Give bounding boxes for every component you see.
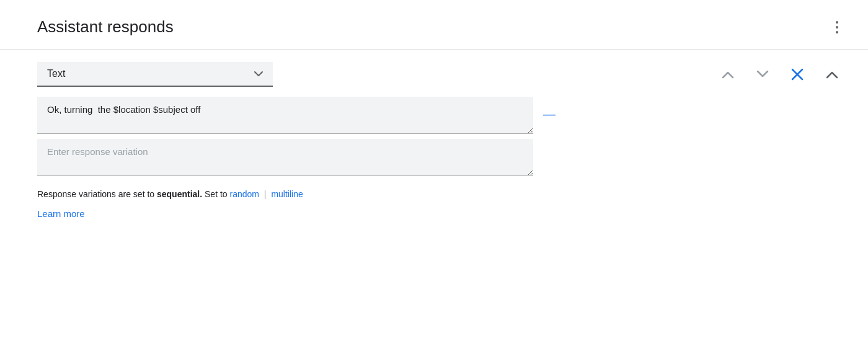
type-selector-label: Text — [47, 68, 65, 79]
responses-area: Ok, turning the $location $subject off — — [37, 97, 843, 176]
chevron-down-icon — [756, 70, 769, 79]
pipe-separator: | — [264, 189, 267, 199]
response-row-2 — [37, 139, 843, 176]
minimize-response-button-1[interactable]: — — [541, 103, 558, 125]
info-text-before: Response variations are set to — [37, 189, 157, 199]
collapse-icon — [826, 70, 838, 79]
content-section: Text — [0, 50, 868, 238]
page-title: Assistant responds — [37, 17, 174, 37]
chevron-down-icon — [254, 68, 263, 79]
info-text-middle: Set to — [202, 189, 229, 199]
info-bold-word: sequential. — [157, 189, 202, 199]
move-down-button[interactable] — [751, 68, 774, 81]
type-row: Text — [37, 62, 843, 87]
page-container: Assistant responds Text — [0, 0, 868, 346]
random-link[interactable]: random — [230, 189, 259, 199]
type-selector-dropdown[interactable]: Text — [37, 62, 273, 87]
close-icon — [791, 68, 804, 81]
collapse-button[interactable] — [821, 68, 843, 81]
multiline-link[interactable]: multiline — [271, 189, 303, 199]
info-text: Response variations are set to sequentia… — [37, 187, 843, 201]
response-text-input-2[interactable] — [37, 139, 533, 176]
action-buttons — [717, 66, 843, 83]
svg-point-1 — [836, 26, 838, 29]
svg-point-2 — [836, 31, 838, 33]
response-row-1: Ok, turning the $location $subject off — — [37, 97, 843, 134]
response-text-input-1[interactable]: Ok, turning the $location $subject off — [37, 97, 533, 134]
chevron-up-icon — [722, 70, 734, 79]
move-up-button[interactable] — [717, 68, 739, 81]
header-section: Assistant responds — [0, 0, 868, 49]
minimize-icon: — — [543, 107, 556, 121]
delete-button[interactable] — [786, 66, 808, 83]
more-vert-icon — [836, 20, 838, 34]
more-options-button[interactable] — [831, 18, 843, 37]
svg-point-0 — [836, 21, 838, 24]
learn-more-link[interactable]: Learn more — [37, 208, 85, 219]
